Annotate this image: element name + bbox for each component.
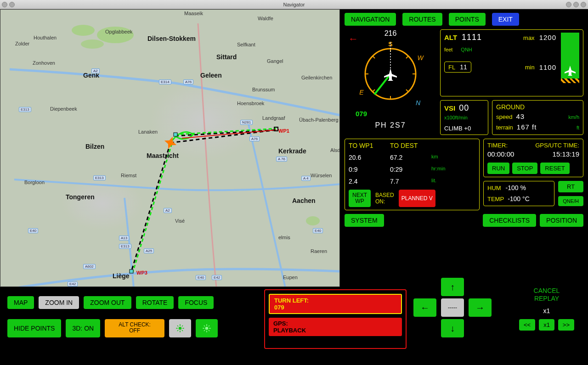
fl-value: 11 xyxy=(460,63,467,71)
svg-line-37 xyxy=(182,326,183,326)
shield-e42: E42 xyxy=(68,281,78,286)
dpad-up-button[interactable]: ↑ xyxy=(441,278,464,296)
altitude-bar xyxy=(561,33,579,83)
hide-points-button[interactable]: HIDE POINTS xyxy=(7,319,61,337)
city-ubach: Übach-Palenberg xyxy=(299,117,339,123)
city-gangel: Gangel xyxy=(267,58,283,64)
timer-stop-button[interactable]: STOP xyxy=(512,163,537,174)
zoom-in-button[interactable]: ZOOM IN xyxy=(39,296,79,309)
city-maaseik: Maaseik xyxy=(184,11,203,16)
alt-min-value: 1100 xyxy=(539,63,556,71)
routes-button[interactable]: ROUTES xyxy=(402,13,442,26)
window-titlebar: Navigator xyxy=(0,0,588,9)
map-button[interactable]: MAP xyxy=(7,296,34,309)
city-raeren: Raeren xyxy=(311,248,327,254)
shield-a76c: A 76 xyxy=(276,157,287,162)
city-selfkant: Selfkant xyxy=(237,42,255,47)
altitude-block: ALT 1111 max 1200 feet QNH xyxy=(440,29,583,96)
svg-text:WP3: WP3 xyxy=(136,270,147,275)
wp-dist: 20.6 xyxy=(349,154,390,161)
shield-a76: A76 xyxy=(183,79,193,84)
timer-run-button[interactable]: RUN xyxy=(487,163,509,174)
shield-a76b: A76 xyxy=(249,136,260,141)
navigation-button[interactable]: NAVIGATION xyxy=(345,13,396,26)
window-close-icon[interactable] xyxy=(9,2,15,7)
replay-play-button[interactable]: x1 xyxy=(539,319,554,331)
dpad-center-button[interactable]: ----- xyxy=(441,298,464,317)
checklists-button[interactable]: CHECKLISTS xyxy=(483,214,536,227)
shield-e314: E314 xyxy=(159,79,171,84)
warn-gps: GPS: PLAYBACK xyxy=(269,318,402,336)
rt-button[interactable]: RT xyxy=(558,181,583,192)
svg-point-39 xyxy=(205,327,209,330)
arrow-left-icon: ← xyxy=(348,33,358,45)
qne-button[interactable]: QNE/H xyxy=(558,196,583,206)
city-tongeren: Tongeren xyxy=(66,193,95,201)
sun-icon xyxy=(175,321,185,335)
next-wp-button[interactable]: NEXTWP xyxy=(349,190,371,207)
svg-line-21 xyxy=(373,56,375,58)
3d-toggle-button[interactable]: 3D: ON xyxy=(66,319,100,337)
humidity-block: HUM -100 % TEMP -100 °C xyxy=(483,181,554,206)
dest-dist: 67.2 xyxy=(390,154,431,161)
dpad-right-button[interactable]: → xyxy=(469,298,492,317)
system-button[interactable]: SYSTEM xyxy=(345,214,384,227)
callsign: PH 2S7 xyxy=(345,121,436,129)
svg-line-46 xyxy=(209,326,209,326)
shield-a2b: A2 xyxy=(164,208,172,213)
svg-line-22 xyxy=(406,90,408,92)
dpad-left-button[interactable]: ← xyxy=(413,298,436,317)
brightness-down-button[interactable] xyxy=(169,319,191,337)
city-lanaken: Lanaken xyxy=(138,129,158,135)
svg-text:S: S xyxy=(388,40,392,48)
waypoint-block: TO WP1TO DEST 20.667.2km 0:90:29hr:min 2… xyxy=(345,139,480,210)
alt-check-button[interactable]: ALT CHECK:OFF xyxy=(105,319,164,337)
city-eupen: Eupen xyxy=(283,275,298,280)
svg-line-20 xyxy=(406,56,408,58)
brightness-up-button[interactable] xyxy=(196,319,218,337)
replay-fwd-button[interactable]: >> xyxy=(558,319,574,331)
dpad: ↑ ← ----- → ↓ xyxy=(413,278,492,356)
course-value: 079 xyxy=(356,110,367,118)
planned-button[interactable]: PLANNED V xyxy=(399,190,435,207)
timer-block: TIMER: GPS/UTC TIME: 00:00:00 15:13:19 R… xyxy=(483,139,583,177)
ground-block: GROUND speed 43 km/h terrain 167 ft ft xyxy=(492,100,583,135)
shield-e40a: E40 xyxy=(28,228,38,233)
window-min-icon[interactable] xyxy=(566,2,571,7)
fl-box: FL 11 xyxy=(444,62,471,73)
rotate-button[interactable]: ROTATE xyxy=(136,296,174,309)
replay-controls: CANCELREPLAY x1 << x1 >> xyxy=(510,287,583,331)
svg-line-38 xyxy=(177,326,178,326)
shield-a4: A 4 xyxy=(301,176,311,181)
alt-label: ALT xyxy=(444,34,457,41)
dest-time: 0:29 xyxy=(390,166,431,173)
exit-button[interactable]: EXIT xyxy=(492,13,519,26)
focus-button[interactable]: FOCUS xyxy=(178,296,214,309)
window-max-icon[interactable] xyxy=(573,2,579,7)
timer-reset-button[interactable]: RESET xyxy=(540,163,569,174)
window-menu-icon[interactable] xyxy=(2,2,7,7)
warn-turn: TURN LEFT: 079 xyxy=(269,294,402,314)
compass-block: ← 216 S W N E xyxy=(345,29,436,135)
dpad-down-button[interactable]: ↓ xyxy=(441,319,464,337)
ground-terrain: 167 ft xyxy=(517,123,537,131)
city-maastricht: Maastricht xyxy=(147,152,179,159)
window-close2-icon[interactable] xyxy=(581,2,586,7)
city-elmis: elmis xyxy=(278,235,290,240)
city-vise: Visé xyxy=(175,218,185,224)
hum-value: -100 % xyxy=(506,184,526,191)
points-button[interactable]: POINTS xyxy=(449,13,486,26)
shield-a13: A13 xyxy=(119,236,129,241)
zoom-out-button[interactable]: ZOOM OUT xyxy=(84,296,131,309)
window-title: Navigator xyxy=(283,2,305,7)
map-viewport[interactable]: WP1 WP3 Maaseik Waldfe Houthalen Zolder … xyxy=(0,9,340,287)
replay-rew-button[interactable]: << xyxy=(519,319,535,331)
city-borgloon: Borgloon xyxy=(24,180,45,185)
dest-fuel: 7.7 xyxy=(390,178,431,185)
cancel-replay-label: CANCELREPLAY xyxy=(534,287,560,303)
position-button[interactable]: POSITION xyxy=(540,214,583,227)
city-zonhoven: Zonhoven xyxy=(33,60,55,66)
side-panel: NAVIGATION ROUTES POINTS EXIT ← 216 S xyxy=(340,9,588,287)
shield-e313b: E313 xyxy=(93,175,106,180)
svg-point-30 xyxy=(179,327,182,330)
